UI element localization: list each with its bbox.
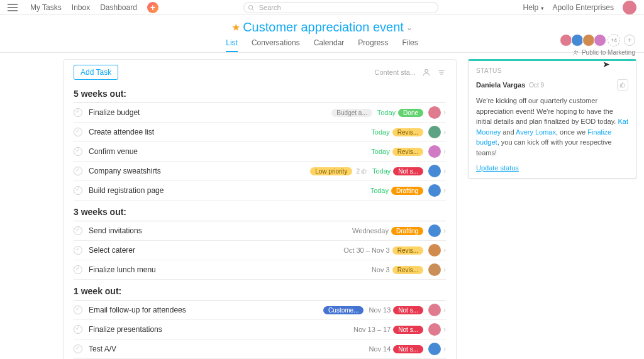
nav-inbox[interactable]: Inbox — [72, 3, 90, 12]
project-title[interactable]: Customer appreciation event — [243, 20, 404, 35]
people-icon — [573, 50, 579, 56]
chevron-right-icon[interactable]: › — [443, 345, 446, 353]
task-status[interactable]: Revis... — [392, 128, 423, 136]
tab-progress[interactable]: Progress — [358, 38, 388, 52]
complete-checkbox[interactable] — [74, 226, 82, 235]
complete-checkbox[interactable] — [74, 186, 82, 195]
task-row[interactable]: Finalize budgetBudget a...TodayDone› — [74, 103, 446, 123]
update-status-link[interactable]: Update status — [476, 164, 519, 172]
assignee-avatar[interactable] — [428, 343, 441, 355]
sort-icon[interactable] — [437, 68, 446, 77]
task-status[interactable]: Not s... — [393, 345, 423, 353]
add-task-button[interactable]: Add Task — [74, 65, 118, 80]
complete-checkbox[interactable] — [74, 325, 82, 334]
section-header[interactable]: 1 week out: — [74, 282, 446, 301]
project-dropdown-icon[interactable]: ⌄ — [406, 23, 413, 32]
assignee-avatar[interactable] — [428, 184, 441, 197]
task-tag[interactable]: Low priority — [310, 167, 352, 175]
task-status[interactable]: Revis... — [392, 148, 423, 156]
task-status[interactable]: Drafting — [391, 227, 423, 235]
assignee-filter-icon[interactable] — [422, 68, 431, 77]
nav-my-tasks[interactable]: My Tasks — [30, 3, 62, 12]
assignee-avatar[interactable] — [428, 145, 441, 158]
task-tag[interactable]: Budget a... — [331, 109, 372, 117]
like-button[interactable] — [617, 79, 628, 91]
complete-checkbox[interactable] — [74, 265, 82, 274]
tab-conversations[interactable]: Conversations — [252, 38, 300, 52]
assignee-avatar[interactable] — [428, 263, 441, 276]
task-status[interactable]: Not s... — [393, 167, 423, 175]
svg-point-0 — [248, 5, 252, 9]
favorite-star-icon[interactable]: ★ — [231, 21, 240, 33]
org-name[interactable]: Apollo Enterprises — [553, 3, 614, 12]
assignee-avatar[interactable] — [428, 323, 441, 336]
chevron-right-icon[interactable]: › — [443, 226, 446, 235]
privacy-link[interactable]: Public to Marketing — [573, 49, 635, 56]
task-row[interactable]: Test A/VNov 14Not s...› — [74, 340, 446, 359]
chevron-right-icon[interactable]: › — [443, 128, 446, 136]
add-member-button[interactable]: + — [624, 35, 635, 46]
complete-checkbox[interactable] — [74, 167, 82, 175]
task-row[interactable]: Create attendee listTodayRevis...› — [74, 123, 446, 142]
status-body: We're kicking off our quarterly customer… — [476, 96, 628, 158]
assignee-avatar[interactable] — [428, 224, 441, 237]
chevron-right-icon[interactable]: › — [443, 246, 446, 255]
section-header[interactable]: 3 weeks out: — [74, 203, 446, 221]
chevron-right-icon[interactable]: › — [443, 325, 446, 334]
search-input[interactable]: Search — [243, 2, 438, 13]
help-link[interactable]: Help ▾ — [523, 3, 544, 12]
task-date: Nov 13 – 17 — [353, 326, 391, 333]
task-row[interactable]: Confirm venueTodayRevis...› — [74, 142, 446, 162]
member-avatar[interactable] — [571, 34, 584, 47]
task-status[interactable]: Not s... — [393, 326, 423, 334]
chevron-right-icon[interactable]: › — [443, 167, 446, 175]
chevron-right-icon[interactable]: › — [443, 108, 446, 117]
member-avatar[interactable] — [582, 34, 595, 47]
task-tag[interactable]: Custome... — [323, 306, 364, 314]
complete-checkbox[interactable] — [74, 345, 82, 353]
like-count[interactable]: 2 — [356, 168, 367, 175]
member-avatar[interactable] — [594, 34, 606, 47]
complete-checkbox[interactable] — [74, 306, 82, 314]
tab-calendar[interactable]: Calendar — [314, 38, 345, 52]
task-row[interactable]: Send invitationsWednesdayDrafting› — [74, 221, 446, 241]
task-name: Select caterer — [89, 246, 338, 255]
chevron-right-icon[interactable]: › — [443, 186, 446, 195]
task-status[interactable]: Not s... — [393, 306, 423, 314]
task-status[interactable]: Revis... — [392, 266, 423, 274]
assignee-avatar[interactable] — [428, 304, 441, 316]
nav-dashboard[interactable]: Dashboard — [100, 3, 137, 12]
complete-checkbox[interactable] — [74, 108, 82, 117]
task-row[interactable]: Build registration pageTodayDrafting› — [74, 181, 446, 201]
chevron-right-icon[interactable]: › — [443, 147, 446, 156]
task-row[interactable]: Email follow-up for attendeesCustome...N… — [74, 301, 446, 320]
assignee-avatar[interactable] — [428, 126, 441, 138]
assignee-avatar[interactable] — [428, 244, 441, 257]
task-row[interactable]: Select catererOct 30 – Nov 3Revis...› — [74, 241, 446, 260]
tab-files[interactable]: Files — [402, 38, 418, 52]
chevron-right-icon[interactable]: › — [443, 306, 446, 314]
task-row[interactable]: Finalize lunch menuNov 3Revis...› — [74, 260, 446, 280]
status-author-name[interactable]: Daniela Vargas — [476, 81, 525, 89]
tab-list[interactable]: List — [226, 38, 238, 52]
user-avatar[interactable] — [623, 1, 636, 14]
task-status[interactable]: Done — [398, 109, 423, 117]
task-status[interactable]: Drafting — [391, 187, 423, 195]
complete-checkbox[interactable] — [74, 128, 82, 136]
member-overflow[interactable]: +4 — [608, 34, 620, 47]
filter-label[interactable]: Content sta... — [375, 69, 416, 76]
assignee-avatar[interactable] — [428, 106, 441, 119]
global-add-button[interactable]: + — [147, 2, 158, 13]
complete-checkbox[interactable] — [74, 147, 82, 156]
complete-checkbox[interactable] — [74, 246, 82, 255]
member-avatar[interactable] — [560, 34, 572, 47]
task-date: Wednesday — [352, 227, 389, 235]
assignee-avatar[interactable] — [428, 165, 441, 177]
mention-link[interactable]: Avery Lomax — [516, 128, 556, 136]
menu-toggle[interactable] — [8, 4, 18, 11]
section-header[interactable]: 5 weeks out: — [74, 85, 446, 103]
task-row[interactable]: Finalize presentationsNov 13 – 17Not s..… — [74, 320, 446, 340]
task-status[interactable]: Revis... — [392, 246, 423, 255]
task-row[interactable]: Company sweatshirtsLow priority2 TodayNo… — [74, 162, 446, 181]
chevron-right-icon[interactable]: › — [443, 265, 446, 274]
